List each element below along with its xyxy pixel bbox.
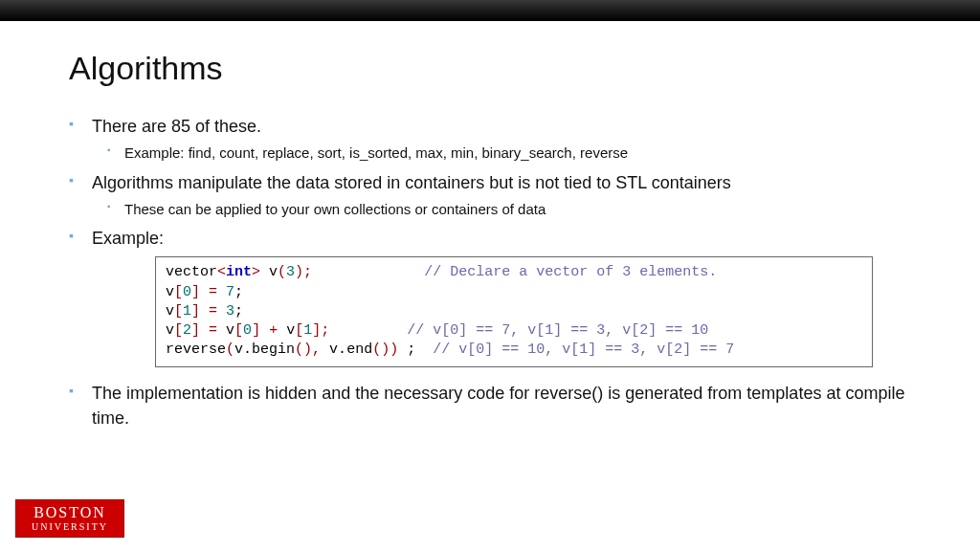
code-token: [ [295,322,303,339]
sub-bullet-list: These can be applied to your own collect… [92,199,911,221]
code-token: v [166,284,174,300]
code-token: v [226,322,234,339]
code-token: (), [295,342,321,358]
code-token: 1 [303,322,312,339]
slide-title: Algorithms [69,50,911,87]
code-token: . [338,342,346,358]
slide-content: Algorithms There are 85 of these. Exampl… [0,21,980,430]
bullet-item: There are 85 of these. Example: find, co… [69,114,911,165]
code-token: < [217,264,226,280]
code-comment: // v[0] == 7, v[1] == 3, v[2] == 10 [407,322,708,339]
code-token: = [200,303,226,320]
sub-bullet-item: These can be applied to your own collect… [92,199,911,221]
code-token: + [260,322,286,339]
code-token: [ [234,322,243,339]
code-token: v [234,342,243,358]
logo-line-1: BOSTON [33,505,106,520]
code-pad [329,322,407,339]
code-token: begin [252,342,295,358]
code-token: 0 [243,322,252,339]
code-token: ] [252,322,260,339]
code-token: reverse [166,342,226,358]
code-token: ( [278,264,286,280]
bullet-text: The implementation is hidden and the nec… [92,384,904,428]
bullet-text: Example: [92,229,164,248]
code-token: ( [226,342,234,358]
code-token: ; [398,342,433,358]
bullet-text: Algorithms manipulate the data stored in… [92,173,731,192]
code-token: 7 [226,284,234,300]
code-token: > [252,264,260,280]
bullet-list: There are 85 of these. Example: find, co… [69,114,911,251]
code-token: ] [191,322,200,339]
code-token: ] [191,284,200,300]
code-token: ; [234,284,243,300]
code-token: ); [295,264,312,280]
code-token: 3 [226,303,234,320]
code-block: vector<int> v(3); // Declare a vector of… [155,256,873,366]
top-bar [0,0,980,21]
code-comment: // v[0] == 10, v[1] == 3, v[2] == 7 [433,342,734,358]
code-token: v [166,303,174,320]
bullet-text: There are 85 of these. [92,117,261,136]
bullet-item: Example: [69,226,911,251]
code-token: ] [191,303,200,320]
code-token: [ [174,322,183,339]
logo-line-2: UNIVERSITY [32,522,108,532]
code-token: [ [174,284,183,300]
code-token: 2 [183,322,191,339]
sub-bullet-item: Example: find, count, replace, sort, is_… [92,143,911,165]
code-pad [312,264,424,280]
code-token: [ [174,303,183,320]
code-token: v [321,342,338,358]
code-token: 0 [183,284,191,300]
bullet-list-2: The implementation is hidden and the nec… [69,381,911,430]
code-token: 1 [183,303,191,320]
code-token: = [200,322,226,339]
code-token: ; [234,303,243,320]
bullet-item: Algorithms manipulate the data stored in… [69,170,911,221]
code-comment: // Declare a vector of 3 elements. [424,264,717,280]
code-token: end [346,342,372,358]
sub-bullet-list: Example: find, count, replace, sort, is_… [92,143,911,165]
code-token: . [243,342,252,358]
code-token: v [286,322,295,339]
code-token: ()) [372,342,398,358]
code-token: v [166,322,174,339]
code-token: = [200,284,226,300]
code-token: 3 [286,264,295,280]
code-token: v [260,264,278,280]
boston-university-logo: BOSTON UNIVERSITY [15,499,124,538]
bullet-item: The implementation is hidden and the nec… [69,381,911,430]
code-token: ]; [312,322,329,339]
code-token: int [226,264,252,280]
code-token: vector [166,264,217,280]
